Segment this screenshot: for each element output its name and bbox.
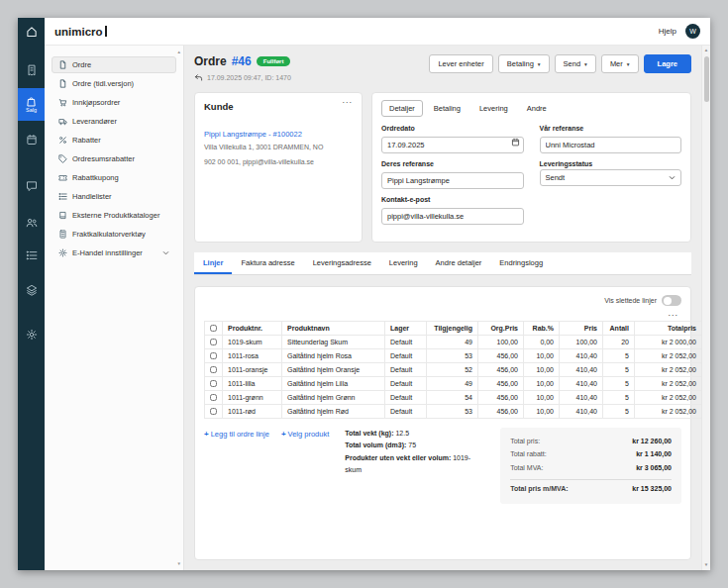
cell-produktnr: 1011-rød (223, 405, 282, 419)
cell-pris: 410,40 (560, 405, 603, 419)
app-logo: unimicro (54, 26, 107, 38)
deres-referanse-input[interactable] (381, 172, 524, 189)
field-ordredato: Ordredato (381, 125, 524, 153)
file-icon (58, 79, 67, 88)
rail-active-label: Salg (26, 108, 37, 114)
user-avatar[interactable]: W (685, 24, 700, 39)
tab-endringslogg[interactable]: Endringslogg (490, 252, 552, 274)
kontakt-epost-input[interactable] (381, 208, 524, 225)
select-all-checkbox[interactable] (210, 325, 217, 332)
order-section-tabs: Linjer Faktura adresse Leveringsadresse … (194, 252, 691, 275)
save-button[interactable]: Lagre (644, 54, 691, 73)
cell-org-pris: 456,00 (478, 377, 524, 391)
detail-tab-levering[interactable]: Levering (471, 100, 516, 117)
sidebar-item-fraktkalkulatorverktoy[interactable]: Fraktkalkulatorverktøy (52, 226, 176, 243)
row-select-checkbox[interactable] (210, 380, 217, 387)
sidebar-item-rabatter[interactable]: Rabatter (52, 132, 176, 148)
caret-down-icon (584, 59, 587, 68)
row-select-checkbox[interactable] (210, 352, 217, 359)
scroll-up-icon[interactable]: ▲ (704, 46, 708, 56)
col-rab-pct: Rab.% (524, 322, 560, 336)
summary-divider (510, 479, 672, 480)
home-icon[interactable] (18, 18, 45, 46)
sidebar-item-ordre-tidl-versjon[interactable]: Ordre (tidl.versjon) (52, 75, 176, 92)
sidebar-item-innkjopsordrer[interactable]: Innkjøpsordrer (52, 94, 176, 111)
cell-produktnavn: Galtåtind hjelm Rød (282, 405, 385, 419)
var-referanse-input[interactable] (540, 137, 682, 153)
leveringsstatus-select[interactable]: Sendt (540, 169, 682, 186)
sales-bag-icon[interactable]: Salg (18, 88, 45, 121)
sidebar-item-handlelister[interactable]: Handlelister (52, 188, 176, 205)
sidebar-item-ehandel-innstillinger[interactable]: E-Handel innstillinger (52, 245, 176, 261)
detail-tab-detaljer[interactable]: Detaljer (381, 100, 423, 117)
customer-card-menu[interactable]: ... (342, 95, 353, 105)
more-dropdown-button[interactable]: Mer (601, 54, 639, 73)
tab-leveringsadresse[interactable]: Leveringsadresse (304, 252, 380, 274)
cell-tilgjengelig: 54 (427, 391, 478, 405)
cell-rab-pct: 10,00 (524, 349, 560, 363)
row-select-checkbox[interactable] (210, 394, 217, 401)
cell-antall: 5 (603, 405, 635, 419)
chevron-down-icon (162, 249, 169, 256)
order-line-row: 1019-skumSitteunderlag SkumDefault49100,… (205, 336, 702, 349)
show-deleted-toggle[interactable] (662, 295, 681, 306)
detail-tab-andre[interactable]: Andre (519, 100, 555, 117)
cell-rab-pct: 10,00 (524, 405, 560, 419)
cell-tilgjengelig: 53 (427, 349, 478, 363)
scroll-down-icon[interactable]: ▼ (704, 560, 708, 571)
help-link[interactable]: Hjelp (659, 27, 676, 36)
row-select-checkbox[interactable] (210, 366, 217, 373)
chat-icon[interactable] (18, 173, 45, 198)
payment-dropdown-button[interactable]: Betaling (498, 54, 550, 73)
sidebar-item-label: Eksterne Produktkataloger (72, 211, 159, 220)
cell-produktnr: 1011-rosa (223, 349, 282, 363)
tab-andre-detaljer[interactable]: Andre detaljer (427, 252, 491, 274)
field-label: Deres referanse (381, 160, 524, 167)
sidebar-item-rabattkupong[interactable]: Rabattkupong (52, 169, 176, 186)
row-select-checkbox[interactable] (210, 408, 217, 415)
sidebar-item-ordre[interactable]: Ordre (52, 56, 176, 73)
tag-icon (58, 154, 67, 163)
field-label: Leveringsstatus (540, 160, 682, 167)
invoice-icon[interactable] (18, 57, 45, 82)
row-select-cell (205, 349, 223, 363)
sidebar-item-leverandorer[interactable]: Leverandører (52, 113, 176, 130)
tab-linjer[interactable]: Linjer (194, 252, 232, 274)
row-select-checkbox[interactable] (210, 339, 217, 345)
sidebar-item-ordresumsrabatter[interactable]: Ordresumsrabatter (52, 150, 176, 167)
sidebar-scroll-up-icon[interactable]: ▲ (177, 50, 181, 55)
field-deres-referanse: Deres referanse (381, 160, 524, 189)
detail-tab-betaling[interactable]: Betaling (426, 100, 468, 117)
settings-gear-icon[interactable] (18, 322, 45, 346)
select-all-cell (205, 322, 223, 336)
sidebar-scroll-down-icon[interactable]: ▼ (177, 562, 181, 567)
sidebar-item-label: Leverandører (72, 117, 117, 126)
table-more-menu[interactable]: ... (204, 308, 681, 318)
calendar-icon[interactable] (18, 127, 45, 151)
lists-icon[interactable] (18, 243, 45, 267)
ordredato-input[interactable] (381, 137, 524, 153)
tab-levering[interactable]: Levering (380, 252, 427, 274)
calendar-icon[interactable] (511, 138, 520, 147)
send-dropdown-button[interactable]: Send (555, 54, 596, 73)
scrollbar-thumb[interactable] (704, 56, 709, 102)
file-icon (58, 60, 67, 69)
cell-rab-pct: 10,00 (524, 363, 560, 377)
cell-produktnavn: Galtåtind hjelm Lilla (282, 377, 385, 391)
cell-org-pris: 456,00 (478, 363, 524, 377)
cell-lager: Default (385, 336, 427, 349)
cell-rab-pct: 10,00 (524, 391, 560, 405)
layers-icon[interactable] (18, 277, 45, 302)
sidebar-item-eksterne-produktkataloger[interactable]: Eksterne Produktkataloger (52, 207, 176, 224)
add-order-line-link[interactable]: Legg til ordre linje (204, 430, 269, 439)
order-line-row: 1011-grønnGaltåtind hjelm GrønnDefault54… (205, 391, 702, 405)
tab-faktura-adresse[interactable]: Faktura adresse (232, 252, 303, 274)
contacts-icon[interactable] (18, 210, 45, 235)
cell-pris: 410,40 (560, 391, 603, 405)
customer-name-link[interactable]: Pippi Langstrømpe - #100022 (204, 130, 353, 139)
cell-produktnavn: Galtåtind hjelm Grønn (282, 391, 385, 405)
deliver-units-button[interactable]: Lever enheter (429, 54, 492, 73)
back-arrow-icon[interactable] (194, 73, 203, 82)
status-badge: Fullført (257, 56, 291, 66)
choose-product-link[interactable]: Velg produkt (281, 430, 329, 439)
